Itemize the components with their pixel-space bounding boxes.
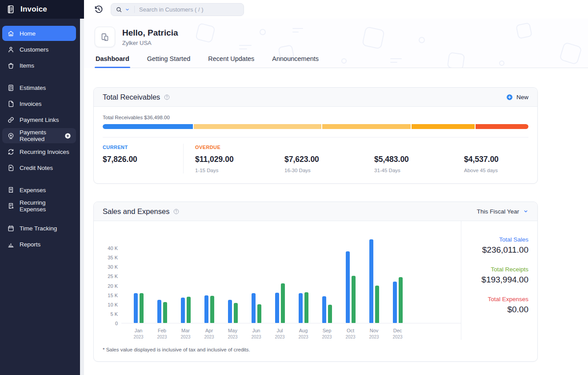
sales-bar[interactable] (393, 282, 397, 323)
new-button[interactable]: New (506, 93, 528, 101)
summary-total-sales: Total Sales$236,011.00 (461, 236, 528, 255)
sidebar-section: Time TrackingReports (2, 221, 80, 252)
receipts-bar[interactable] (304, 292, 308, 323)
sidebar-nav: HomeCustomersItemsEstimatesInvoicesPayme… (0, 19, 84, 375)
sidebar-item-payments-received[interactable]: Payments Received (2, 128, 76, 143)
receipts-bar[interactable] (140, 293, 144, 323)
aging-bucket-range (103, 168, 183, 173)
sidebar-section: ExpensesRecurring Expenses (2, 182, 80, 214)
sidebar-item-estimates[interactable]: Estimates (2, 80, 76, 95)
period-selector[interactable]: This Fiscal Year (477, 208, 528, 215)
sales-bar[interactable] (252, 293, 256, 323)
summary-value: $193,994.00 (461, 275, 528, 285)
aging-segment-overdue-31-45[interactable] (412, 124, 475, 129)
sidebar-item-customers[interactable]: Customers (2, 42, 76, 57)
sidebar-item-items[interactable]: Items (2, 58, 76, 73)
receipts-bar[interactable] (281, 283, 285, 323)
sales-bar[interactable] (369, 239, 373, 323)
sales-bar[interactable] (346, 251, 350, 323)
content-area: Total Receivables New Total Receivables … (84, 68, 588, 375)
sidebar-item-recurring-expenses[interactable]: Recurring Expenses (2, 198, 76, 214)
receipts-bar[interactable] (257, 304, 261, 323)
payments-received-icon (7, 132, 15, 140)
help-icon[interactable] (173, 208, 180, 215)
global-search[interactable] (111, 3, 244, 16)
sidebar-item-credit-notes[interactable]: Credit Notes (2, 160, 76, 175)
sidebar-section: EstimatesInvoicesPayment LinksPayments R… (2, 80, 80, 175)
aging-segment-overdue-above-45[interactable] (476, 124, 528, 129)
bar-group-sep-2023 (315, 296, 339, 323)
sales-bar[interactable] (204, 295, 208, 323)
sales-expenses-card: Sales and Expenses This Fiscal Year 05 K… (93, 202, 538, 362)
recurring-expenses-icon (7, 202, 15, 210)
y-tick-label: 10 K (108, 302, 118, 307)
recent-history-icon[interactable] (94, 4, 104, 14)
receipts-bar[interactable] (234, 303, 238, 323)
sales-bar[interactable] (275, 293, 279, 323)
sales-expenses-chart: 05 K10 K15 K20 K25 K30 K35 K40 K Jan2023… (94, 221, 461, 340)
sidebar: Invoice HomeCustomersItemsEstimatesInvoi… (0, 0, 84, 375)
receipts-bar[interactable] (210, 296, 214, 323)
help-icon[interactable] (164, 94, 170, 101)
app-logo: Invoice (0, 0, 84, 19)
aging-bucket-label (374, 145, 452, 151)
sidebar-item-label: Recurring Expenses (20, 199, 72, 213)
receipts-bar[interactable] (399, 277, 403, 323)
sidebar-item-recurring-invoices[interactable]: Recurring Invoices (2, 144, 76, 159)
aging-segment-overdue-16-30[interactable] (322, 124, 411, 129)
app-title: Invoice (20, 5, 47, 14)
sales-bar[interactable] (157, 300, 161, 323)
aging-bucket-amount[interactable]: $7,623.00 (284, 155, 363, 164)
topbar (84, 0, 588, 19)
aging-bucket-range: 1-15 Days (195, 168, 273, 173)
summary-label[interactable]: Total Receipts (461, 266, 528, 273)
summary-label[interactable]: Total Expenses (461, 296, 528, 302)
aging-bucket-amount[interactable]: $7,826.00 (103, 155, 183, 164)
sidebar-item-expenses[interactable]: Expenses (2, 182, 76, 198)
bar-group-may-2023 (221, 300, 244, 323)
sales-bar[interactable] (299, 293, 303, 323)
search-scope-chevron-icon[interactable] (125, 7, 130, 12)
new-button-label: New (516, 94, 528, 101)
sidebar-item-time-tracking[interactable]: Time Tracking (2, 221, 76, 236)
tab-announcements[interactable]: Announcements (271, 55, 320, 68)
time-tracking-icon (7, 225, 15, 232)
search-input[interactable] (139, 6, 239, 13)
aging-bucket-amount[interactable]: $4,537.00 (464, 155, 528, 164)
sidebar-section: HomeCustomersItems (2, 26, 80, 73)
receipts-bar[interactable] (375, 286, 379, 323)
summary-label[interactable]: Total Sales (461, 236, 528, 243)
sidebar-item-reports[interactable]: Reports (2, 237, 76, 252)
sidebar-scrollbar[interactable] (80, 19, 84, 375)
aging-bucket-amount[interactable]: $5,483.00 (374, 155, 452, 164)
receipts-bar[interactable] (328, 305, 332, 323)
sidebar-item-payment-links[interactable]: Payment Links (2, 112, 76, 127)
y-tick-label: 35 K (108, 255, 118, 260)
sidebar-item-label: Reports (20, 241, 40, 248)
x-tick-label: Mar2023 (174, 327, 197, 340)
receipts-bar[interactable] (352, 276, 356, 323)
receipts-bar[interactable] (187, 297, 191, 323)
sales-expenses-title: Sales and Expenses (103, 207, 169, 216)
tab-recent-updates[interactable]: Recent Updates (207, 55, 255, 68)
aging-segment-overdue-1-15[interactable] (194, 124, 321, 129)
sales-bar[interactable] (181, 298, 185, 323)
x-tick-label: Oct2023 (339, 327, 362, 340)
tab-dashboard[interactable]: Dashboard (95, 55, 130, 68)
org-avatar[interactable] (95, 27, 115, 47)
tab-getting-started[interactable]: Getting Started (146, 55, 192, 68)
receivables-aging-bar[interactable] (103, 124, 528, 129)
sidebar-item-invoices[interactable]: Invoices (2, 96, 76, 111)
sidebar-item-home[interactable]: Home (2, 26, 76, 41)
bar-group-mar-2023 (174, 297, 197, 323)
sales-bar[interactable] (228, 300, 232, 323)
items-icon (7, 62, 15, 69)
aging-segment-current[interactable] (103, 124, 193, 129)
sales-bar[interactable] (322, 296, 326, 323)
aging-bucket-amount[interactable]: $11,029.00 (195, 155, 273, 164)
sidebar-item-label: Customers (20, 46, 48, 53)
receipts-bar[interactable] (163, 302, 167, 323)
y-tick-label: 15 K (108, 293, 118, 298)
sales-bar[interactable] (134, 293, 138, 323)
receivable-column-2: $7,623.0016-30 Days (273, 144, 363, 173)
